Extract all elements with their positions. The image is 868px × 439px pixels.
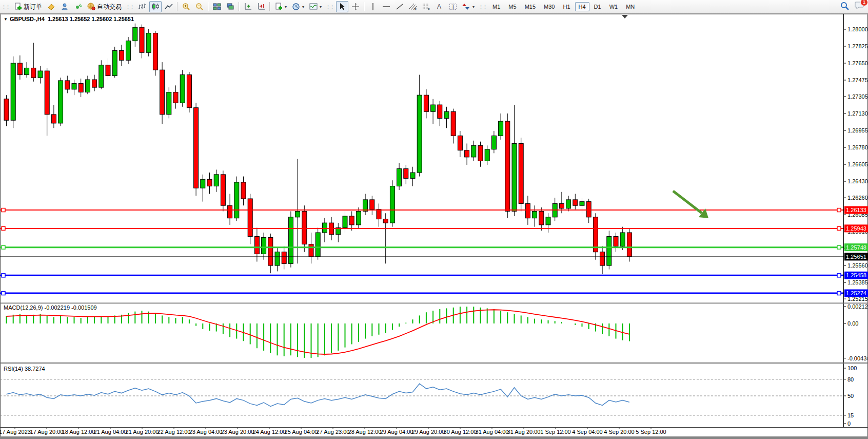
rsi-axis-label: 15	[847, 412, 854, 418]
fibonacci-icon: F	[422, 3, 430, 11]
templates-dropdown-caret[interactable]: ▾	[285, 5, 287, 9]
chart-shift-icon	[257, 3, 265, 11]
auto-trading-button[interactable]: 自动交易	[85, 1, 124, 12]
hline-handle[interactable]	[837, 274, 841, 277]
price-flag-label: 1.25748	[846, 244, 866, 251]
toolbar-grip[interactable]: ⋮⋮	[126, 4, 134, 9]
chart-symbol-period: GBPUSD-,H4	[10, 16, 45, 22]
one-click-trading-toggle[interactable]: ▼	[4, 17, 8, 22]
timeframe-m30-button[interactable]: M30	[540, 2, 558, 11]
templates-icon	[274, 3, 283, 11]
price-tick-label: 1.25560	[847, 262, 868, 269]
fibonacci-tool-button[interactable]: F	[420, 1, 432, 12]
bar-chart-mode-button[interactable]	[136, 1, 148, 12]
hline-handle[interactable]	[2, 245, 5, 249]
market-watch-icon	[61, 3, 69, 11]
macd-axis-label: -0.004348	[847, 355, 868, 361]
macd-axis-label: 0.00	[847, 320, 858, 327]
tile-windows-button[interactable]	[211, 1, 223, 12]
candlestick-mode-button[interactable]	[149, 1, 162, 12]
time-axis-label: 4 Sep 20:00	[604, 429, 634, 435]
hline-handle[interactable]	[2, 274, 5, 277]
time-axis-label: 29 Aug 04:00	[380, 429, 413, 435]
timeframe-h1-button[interactable]: H1	[559, 2, 574, 11]
zoom-out-icon	[195, 3, 204, 11]
time-axis-label: 29 Aug 20:00	[412, 429, 445, 435]
hline-handle[interactable]	[2, 208, 5, 212]
crosshair-tool-button[interactable]	[349, 1, 362, 12]
indicators-button[interactable]: ▾	[307, 1, 324, 12]
hline-handle[interactable]	[837, 292, 841, 295]
templates-button[interactable]: ▾	[272, 1, 289, 12]
toolbar-grip[interactable]: ⋮⋮	[2, 4, 10, 9]
timeframe-mn-button[interactable]: MN	[622, 2, 638, 11]
auto-trading-icon	[87, 3, 95, 11]
market-watch-button[interactable]	[58, 1, 71, 12]
time-axis-label: 4 Sep 04:00	[572, 429, 602, 435]
price-tick-label: 1.27650	[847, 60, 868, 66]
cascade-windows-button[interactable]	[224, 1, 236, 12]
crosshair-icon	[351, 3, 360, 11]
price-tick-label: 1.26605	[847, 161, 868, 167]
time-axis-label: 25 Aug 04:00	[285, 429, 318, 435]
toolbar-grip[interactable]: ⋮⋮	[479, 4, 487, 9]
timeframe-d1-button[interactable]: D1	[590, 2, 605, 11]
timeframe-m15-button[interactable]: M15	[521, 2, 539, 11]
periods-dropdown-caret[interactable]: ▾	[302, 5, 304, 9]
equidistant-channel-tool-button[interactable]: E	[407, 1, 419, 12]
hline-handle[interactable]	[837, 208, 841, 212]
hline-handle[interactable]	[2, 292, 5, 295]
time-axis[interactable]: 17 Aug 202317 Aug 20:0018 Aug 12:0021 Au…	[0, 428, 666, 435]
horizontal-line-tool-button[interactable]	[380, 1, 392, 12]
time-axis-label: 28 Aug 12:00	[348, 429, 382, 435]
signals-icon	[74, 3, 82, 11]
trendline-tool-button[interactable]	[393, 1, 406, 12]
chat-notifications-button[interactable]: 1	[855, 1, 865, 12]
chart-shift-button[interactable]	[255, 1, 267, 12]
equidistant-channel-icon: E	[409, 3, 417, 11]
hline-handle[interactable]	[837, 226, 841, 230]
rsi-axis-label: 80	[847, 376, 854, 383]
timeframe-m1-button[interactable]: M1	[489, 2, 504, 11]
text-label-tool-button[interactable]: T	[447, 1, 459, 12]
vertical-line-icon	[369, 3, 377, 11]
periods-button[interactable]: ▾	[290, 1, 306, 12]
price-tick-label: 1.28000	[847, 26, 868, 32]
price-flag-label: 1.25651	[846, 254, 866, 260]
zoom-out-button[interactable]	[193, 1, 206, 12]
auto-scroll-button[interactable]	[242, 1, 254, 12]
time-axis-label: 1 Sep 12:00	[540, 429, 570, 435]
price-tick-label: 1.26430	[847, 178, 868, 184]
periods-clock-icon	[292, 3, 300, 11]
toolbar-grip[interactable]: ⋮⋮	[326, 4, 334, 9]
indicators-icon	[309, 3, 318, 11]
timeframe-m5-button[interactable]: M5	[505, 2, 520, 11]
signals-button[interactable]	[72, 1, 84, 12]
arrows-dropdown-caret[interactable]: ▾	[472, 5, 475, 9]
timeframe-h4-button[interactable]: H4	[575, 2, 589, 11]
time-axis-label: 23 Aug 04:00	[189, 429, 223, 435]
profiles-button[interactable]	[45, 1, 57, 12]
hline-handle[interactable]	[837, 245, 841, 249]
line-chart-mode-button[interactable]	[163, 1, 175, 12]
text-tool-button[interactable]: A	[433, 1, 446, 12]
time-axis-label: 17 Aug 20:00	[30, 429, 64, 435]
search-icon[interactable]	[840, 2, 850, 11]
timeframe-w1-button[interactable]: W1	[606, 2, 622, 11]
vertical-line-tool-button[interactable]	[367, 1, 379, 12]
new-order-button[interactable]: 新订单	[12, 1, 44, 12]
time-axis-label: 5 Sep 12:00	[636, 429, 666, 435]
tile-windows-icon	[213, 3, 221, 11]
svg-text:E: E	[415, 8, 417, 11]
cascade-windows-icon	[226, 3, 234, 11]
chart-canvas[interactable]: 1.280001.278251.276501.274751.273051.271…	[0, 0, 868, 439]
cursor-icon	[338, 3, 346, 11]
indicators-dropdown-caret[interactable]: ▾	[320, 5, 322, 9]
hline-handle[interactable]	[2, 226, 5, 230]
cursor-tool-button[interactable]	[336, 1, 348, 12]
rsi-axis-label: 100	[847, 365, 857, 371]
zoom-in-button[interactable]	[180, 1, 192, 12]
auto-scroll-icon	[244, 3, 252, 11]
time-axis-label: 23 Aug 20:00	[221, 429, 254, 435]
arrows-objects-button[interactable]: ▾	[460, 1, 477, 12]
